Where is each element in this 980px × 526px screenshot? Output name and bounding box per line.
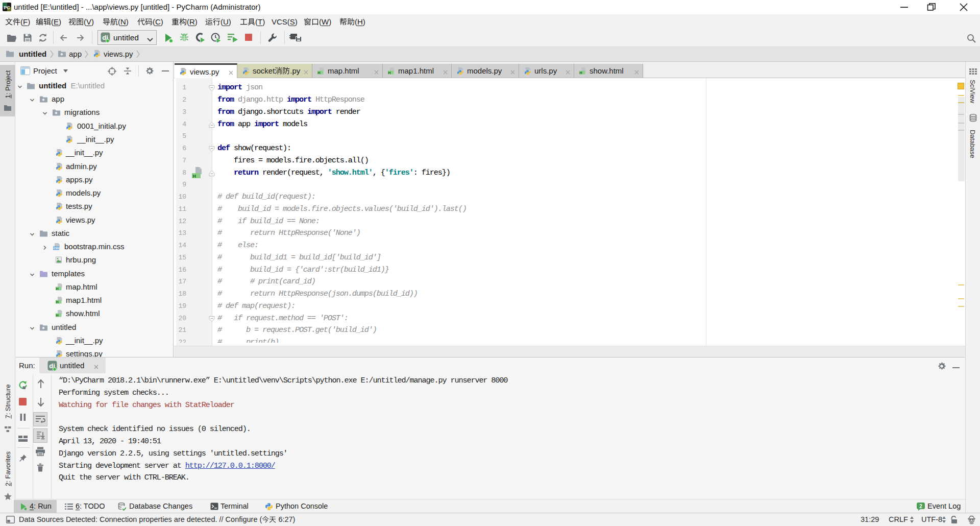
svg-text:H: H — [56, 313, 58, 318]
svg-text:PC: PC — [4, 5, 10, 10]
svg-text:H: H — [56, 300, 58, 304]
svg-text:H: H — [317, 70, 320, 75]
svg-text:H: H — [193, 173, 197, 178]
svg-text:H: H — [56, 286, 58, 291]
svg-text:H: H — [579, 70, 582, 75]
svg-text:2: 2 — [919, 504, 922, 509]
svg-text:H: H — [388, 70, 390, 75]
svg-text:css: css — [54, 246, 59, 250]
